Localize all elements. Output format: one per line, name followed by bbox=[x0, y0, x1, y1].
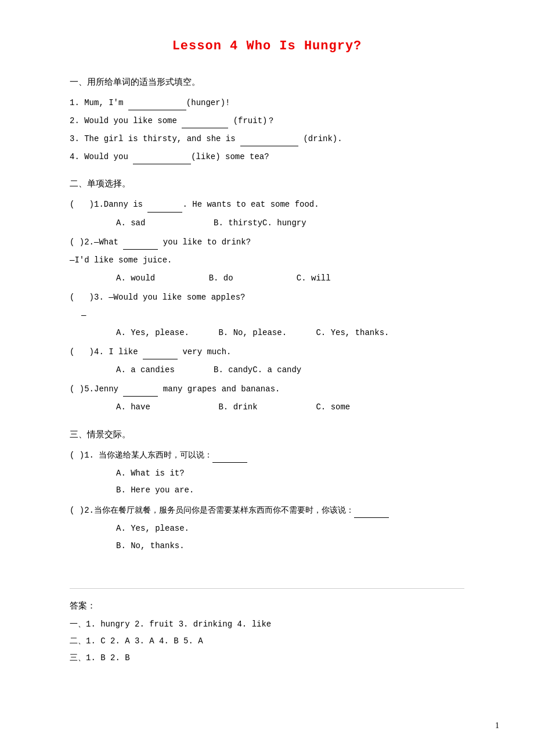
section3-questions: ( )1. 当你递给某人东西时，可以说： A. What is it? B. H… bbox=[70, 448, 464, 553]
q3-2: ( )2.当你在餐厅就餐，服务员问你是否需要某样东西而你不需要时，你该说： bbox=[70, 503, 464, 518]
q2-2-sub: —I'd like some juice. bbox=[70, 253, 464, 268]
q3-1: ( )1. 当你递给某人东西时，可以说： bbox=[70, 448, 464, 463]
q1-2: 2. Would you like some (fruit)？ bbox=[70, 114, 464, 128]
section2-questions: ( )1.Danny is . He wants to eat some foo… bbox=[70, 197, 464, 415]
section1-header: 一、用所给单词的适当形式填空。 bbox=[70, 74, 464, 90]
q1-3: 3. The girl is thirsty, and she is (drin… bbox=[70, 132, 464, 146]
page-title: Lesson 4 Who Is Hungry? bbox=[70, 35, 464, 58]
answer-section: 答案： 一、1. hungry 2. fruit 3. drinking 4. … bbox=[70, 588, 464, 666]
q3-2-opt-a: A. Yes, please. bbox=[116, 521, 464, 536]
q2-3: ( )3. —Would you like some apples? bbox=[70, 290, 464, 305]
section2-header: 二、单项选择。 bbox=[70, 176, 464, 192]
answer-header: 答案： bbox=[70, 598, 464, 614]
q2-3-dash: — bbox=[81, 308, 464, 323]
q3-1-opt-b: B. Here you are. bbox=[116, 483, 464, 498]
q2-4: ( )4. I like very much. bbox=[70, 345, 464, 359]
answer-line3: 三、1. B 2. B bbox=[70, 651, 464, 665]
answer-line1: 一、1. hungry 2. fruit 3. drinking 4. like bbox=[70, 617, 464, 632]
q1-1: 1. Mum, I'm (hunger)! bbox=[70, 96, 464, 110]
page-number: 1 bbox=[495, 718, 499, 733]
section1-questions: 1. Mum, I'm (hunger)! 2. Would you like … bbox=[70, 96, 464, 165]
q2-4-options: A. a candies B. candyC. a candy bbox=[116, 363, 464, 377]
q2-5: ( )5.Jenny many grapes and bananas. bbox=[70, 382, 464, 397]
q1-4: 4. Would you (like) some tea? bbox=[70, 150, 464, 164]
q2-3-options: A. Yes, please. B. No, please. C. Yes, t… bbox=[116, 326, 464, 340]
section3-header: 三、情景交际。 bbox=[70, 427, 464, 442]
q3-2-opt-b: B. No, thanks. bbox=[116, 539, 464, 553]
answer-line2: 二、1. C 2. A 3. A 4. B 5. A bbox=[70, 634, 464, 649]
q2-2-options: A. would B. do C. will bbox=[116, 271, 464, 286]
q2-1: ( )1.Danny is . He wants to eat some foo… bbox=[70, 197, 464, 212]
q2-1-options: A. sad B. thirstyC. hungry bbox=[116, 216, 464, 231]
q2-5-options: A. have B. drink C. some bbox=[116, 400, 464, 415]
q3-1-opt-a: A. What is it? bbox=[116, 466, 464, 481]
q2-2: ( )2.—What you like to drink? bbox=[70, 235, 464, 250]
